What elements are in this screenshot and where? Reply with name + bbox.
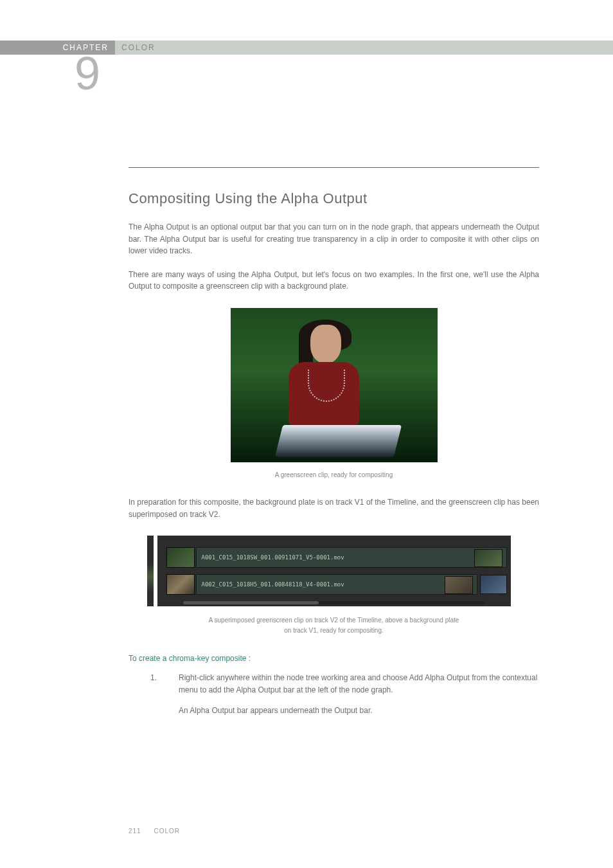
timeline-image: A001_C015_1018SW_001.00911071_V5-0001.mo… [157,536,511,606]
timeline-clip: A002_C015_1018H5_001.00848118_V4-0001.mo… [196,574,477,595]
chapter-number: 9 [75,50,100,96]
body-paragraph: In preparation for this composite, the b… [129,496,539,520]
clip-thumbnail [480,575,507,594]
step-text: An Alpha Output bar appears underneath t… [179,705,539,717]
body-paragraph: The Alpha Output is an optional output b… [129,221,539,257]
clip-thumbnail [166,547,195,568]
figure-caption: A superimposed greenscreen clip on track… [129,615,539,636]
step-number: 1. [150,672,179,726]
figure-timeline: A001_C015_1018SW_001.00911071_V5-0001.mo… [129,536,539,606]
clip-thumbnail [166,574,195,595]
footer-section: COLOR [154,827,180,835]
figure-greenscreen [129,308,539,462]
procedure-step: 1. Right-click anywhere within the node … [150,672,539,726]
section-label: COLOR [115,41,613,55]
page-content: Compositing Using the Alpha Output The A… [129,167,539,735]
procedure-heading: To create a chroma-key composite : [129,654,539,663]
page-footer: 211 COLOR [129,827,180,835]
horizontal-rule [129,167,539,168]
figure-caption: A greenscreen clip, ready for compositin… [129,471,539,478]
procedure-steps: 1. Right-click anywhere within the node … [150,672,539,726]
greenscreen-image [231,308,438,462]
step-text: Right-click anywhere within the node tre… [179,672,539,696]
body-paragraph: There are many ways of using the Alpha O… [129,269,539,293]
timeline-clip: A001_C015_1018SW_001.00911071_V5-0001.mo… [196,547,507,568]
page-number: 211 [129,827,141,835]
section-heading: Compositing Using the Alpha Output [129,190,539,207]
clip-filename: A002_C015_1018H5_001.00848118_V4-0001.mo… [202,581,344,588]
clip-filename: A001_C015_1018SW_001.00911071_V5-0001.mo… [202,554,344,561]
